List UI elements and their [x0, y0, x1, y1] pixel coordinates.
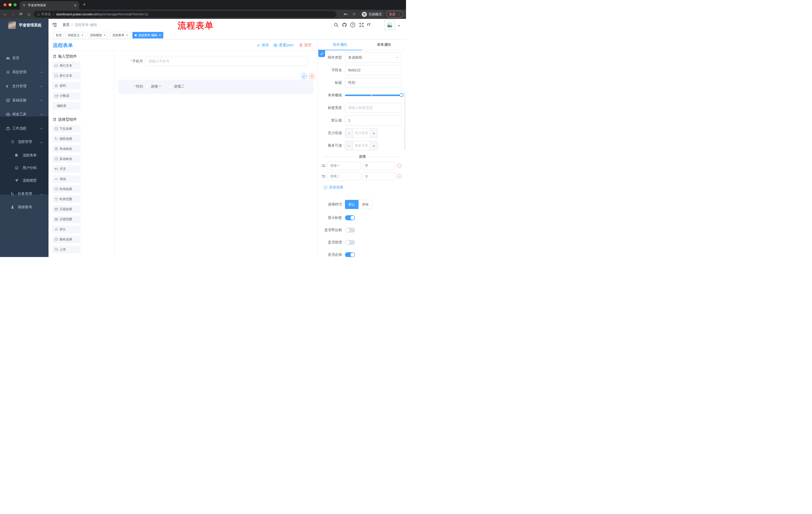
max-select-input[interactable]: 最多可选	[353, 141, 370, 150]
save-button[interactable]: 保存	[257, 43, 269, 48]
show-label-switch[interactable]	[345, 215, 355, 220]
security-label[interactable]: 不安全	[41, 12, 51, 17]
app-logo[interactable]: 芋道管理系统	[0, 19, 49, 31]
delete-component-button[interactable]	[309, 73, 315, 79]
github-icon[interactable]	[342, 22, 347, 27]
component-type-select[interactable]: 多选框组▾	[345, 53, 402, 63]
forward-icon[interactable]: →	[11, 12, 15, 16]
component-slider[interactable]: 滑块	[52, 175, 81, 183]
option-one-checkbox[interactable]	[145, 85, 149, 88]
form-canvas[interactable]: *手机号 请输入手机号 *性别 选项一 选项二	[114, 51, 318, 257]
option-label-input[interactable]: 选项二	[327, 172, 360, 180]
sidebar-item-devtools[interactable]: 研发工具	[0, 108, 49, 121]
drag-handle-icon[interactable]	[322, 174, 326, 178]
reload-icon[interactable]: ⟳	[19, 12, 23, 16]
label-width-input[interactable]: 请输入标签宽度	[345, 103, 402, 113]
view-json-button[interactable]: 查看json	[273, 43, 293, 48]
disabled-switch[interactable]	[345, 240, 355, 245]
increase-button[interactable]: +	[370, 141, 378, 150]
remove-option-button[interactable]: −	[397, 174, 402, 179]
fullscreen-icon[interactable]	[359, 22, 364, 27]
search-icon[interactable]	[334, 22, 339, 27]
component-password[interactable]: 密码	[52, 82, 81, 89]
component-upload[interactable]: 上传	[52, 246, 81, 253]
avatar-caret-icon[interactable]: ▾	[398, 24, 400, 27]
sidebar-item-leave-query[interactable]: 请假查询	[0, 201, 49, 214]
sidebar-item-process-management[interactable]: 流程管理	[0, 136, 49, 148]
component-cascader[interactable]: 级联选择	[52, 135, 81, 142]
min-select-input[interactable]: 至少应选	[353, 129, 370, 138]
close-icon[interactable]: ✕	[126, 34, 128, 37]
close-window-button[interactable]	[3, 3, 6, 6]
sidebar-item-task-management[interactable]: 任务管理	[0, 188, 49, 200]
title-input[interactable]: 性别	[345, 78, 402, 88]
address-bar[interactable]: ⚠ 不安全 dashboard.yudao.iocoder.cn /bpm/ma…	[34, 11, 337, 18]
remove-option-button[interactable]: −	[397, 163, 402, 168]
border-switch[interactable]	[345, 227, 355, 233]
sidebar-item-payment[interactable]: ¥ 支付管理	[0, 79, 49, 93]
copy-component-button[interactable]	[301, 73, 307, 79]
option-value-input[interactable]: 女	[362, 172, 396, 180]
sidebar-item-system[interactable]: 系统管理	[0, 65, 49, 79]
help-icon[interactable]: ?	[350, 22, 355, 27]
bookmark-star-icon[interactable]: ☆	[352, 11, 356, 16]
phone-field[interactable]: *手机号 请输入手机号	[114, 57, 318, 66]
browser-update-button[interactable]: 更新 ⋮	[386, 11, 404, 18]
sidebar-item-user-group[interactable]: 用户分组	[0, 162, 49, 174]
new-tab-button[interactable]: +	[83, 2, 86, 7]
sidebar-item-home[interactable]: 首页	[0, 51, 49, 65]
sidebar-item-process-form[interactable]: 流程表单	[0, 149, 49, 162]
component-counter[interactable]: 123 计数器	[52, 92, 81, 100]
form-grid-slider[interactable]	[345, 94, 402, 96]
zoom-window-button[interactable]	[13, 3, 17, 6]
component-switch[interactable]: 开关	[52, 165, 81, 173]
close-icon[interactable]: ✕	[104, 34, 106, 37]
browser-menu-icon[interactable]: ⋮	[398, 12, 401, 16]
component-radio-group[interactable]: 单选框组	[52, 145, 81, 153]
component-time-picker[interactable]: 时间选择	[52, 185, 81, 193]
component-checkbox-group[interactable]: 多选框组	[52, 155, 81, 163]
component-multi-line-text[interactable]: 多行文本	[52, 72, 81, 79]
component-rate[interactable]: 评分	[52, 225, 81, 233]
breadcrumb-home[interactable]: 首页	[63, 23, 69, 27]
tab-form-props[interactable]: 表单属性	[362, 39, 406, 50]
sidebar-item-process-model[interactable]: 流程模型	[0, 174, 49, 187]
tag-process-definition[interactable]: 流程定义✕	[65, 32, 86, 38]
style-default-button[interactable]: 默认	[345, 200, 358, 209]
scrollbar[interactable]	[404, 92, 406, 150]
component-select[interactable]: 下拉选择	[52, 125, 81, 133]
field-name-input[interactable]: field122	[345, 65, 402, 75]
key-icon[interactable]	[344, 12, 348, 16]
close-icon[interactable]: ✕	[81, 34, 83, 37]
avatar[interactable]	[385, 20, 395, 30]
tag-process-form-edit[interactable]: 流程表单-编辑✕	[133, 32, 163, 38]
option-value-input[interactable]: 男	[362, 162, 396, 170]
data-binding-tab[interactable]	[318, 50, 325, 57]
component-date-range[interactable]: 日期范围	[52, 216, 81, 223]
tab-component-props[interactable]: 组件属性	[318, 39, 362, 50]
tag-process-model[interactable]: 流程模型✕	[88, 32, 108, 38]
collapse-sidebar-icon[interactable]	[52, 22, 57, 27]
gender-field-selected[interactable]: *性别 选项一 选项二	[118, 80, 313, 94]
font-size-icon[interactable]: tT	[367, 22, 372, 27]
slider-handle[interactable]	[400, 93, 404, 97]
option-two-checkbox[interactable]	[168, 85, 172, 88]
component-date-picker[interactable]: 日期选择	[52, 206, 81, 213]
component-single-line-text[interactable]: 单行文本	[52, 62, 81, 70]
tab-close-icon[interactable]: ✕	[74, 3, 77, 7]
option-label-input[interactable]: 选项一	[327, 162, 360, 170]
option-two-label[interactable]: 选项二	[174, 84, 184, 89]
add-option-button[interactable]: + 添加选项	[324, 185, 402, 190]
decrease-button[interactable]: −	[345, 129, 353, 138]
increase-button[interactable]: +	[370, 129, 378, 138]
drag-handle-icon[interactable]	[322, 164, 326, 167]
component-editor[interactable]: 编辑器	[52, 102, 81, 110]
option-one-label[interactable]: 选项一	[151, 84, 161, 89]
component-color-picker[interactable]: 颜色选择	[52, 236, 81, 243]
component-time-range[interactable]: 时间范围	[52, 195, 81, 203]
default-value-input[interactable]: 1	[345, 115, 402, 126]
decrease-button[interactable]: −	[345, 141, 353, 150]
home-icon[interactable]: ⌂	[28, 12, 30, 16]
sidebar-item-infrastructure[interactable]: 基础设施	[0, 93, 49, 107]
tag-process-form[interactable]: 流程表单✕	[110, 32, 130, 38]
